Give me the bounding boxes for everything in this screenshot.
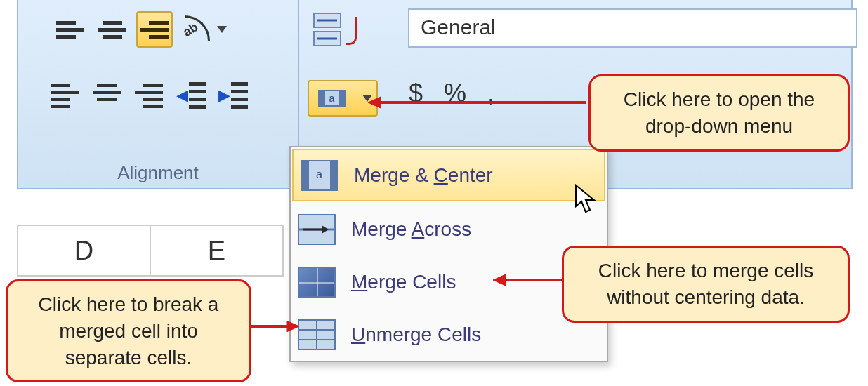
percent-format-button[interactable]: % xyxy=(444,79,487,107)
merge-center-button[interactable]: a xyxy=(309,81,355,115)
callout-open-menu: Click here to open the drop-down menu xyxy=(588,74,850,152)
decrease-indent-button[interactable]: ◀ xyxy=(173,77,209,114)
align-center-button[interactable] xyxy=(88,77,125,114)
menu-item-label: Unmerge Cells xyxy=(351,324,481,346)
align-right-button[interactable] xyxy=(131,77,167,114)
menu-item-label: Merge & Center xyxy=(354,164,493,187)
orientation-button[interactable]: ab xyxy=(178,11,229,48)
merge-dropdown-menu: a Merge & Center Merge Across Merge Cell… xyxy=(289,146,608,362)
number-format-select[interactable]: General xyxy=(408,8,857,48)
merge-center-split-button[interactable]: a xyxy=(308,80,378,117)
group-label: Alignment xyxy=(18,162,298,184)
align-left-button[interactable] xyxy=(46,77,83,114)
increase-indent-button[interactable]: ▶ xyxy=(215,77,251,114)
vertical-align-row: ab xyxy=(52,11,229,48)
menu-item-merge-across[interactable]: Merge Across xyxy=(291,203,607,255)
align-top-button[interactable] xyxy=(52,11,88,48)
callout-merge-no-center: Click here to merge cells without center… xyxy=(562,246,850,323)
orientation-icon: ab xyxy=(180,13,214,46)
chevron-down-icon xyxy=(362,95,372,102)
number-format-icons[interactable]: $%, xyxy=(409,79,515,108)
wrap-text-button[interactable] xyxy=(313,13,353,55)
alignment-group: ab ◀ ▶ xyxy=(18,0,299,189)
increase-indent-icon: ▶ xyxy=(218,82,248,109)
align-bottom-button[interactable] xyxy=(136,11,173,48)
merge-cells-icon xyxy=(298,267,336,298)
menu-item-label: Merge Cells xyxy=(351,271,456,293)
merge-dropdown-toggle[interactable] xyxy=(355,81,376,115)
merge-center-icon: a xyxy=(318,90,346,107)
menu-item-label: Merge Across xyxy=(351,218,471,241)
align-middle-button[interactable] xyxy=(94,11,131,48)
unmerge-cells-icon xyxy=(298,319,336,350)
merge-center-icon: a xyxy=(301,160,338,191)
menu-item-merge-center[interactable]: a Merge & Center xyxy=(292,149,605,201)
merge-across-icon xyxy=(298,214,336,245)
callout-unmerge: Click here to break a merged cell into s… xyxy=(6,279,251,382)
column-header[interactable]: E xyxy=(151,226,284,275)
comma-format-button[interactable]: , xyxy=(487,79,515,107)
horizontal-align-row: ◀ ▶ xyxy=(46,77,251,114)
chevron-down-icon xyxy=(217,26,227,33)
accounting-format-button[interactable]: $ xyxy=(409,79,444,107)
column-header[interactable]: D xyxy=(17,226,151,275)
decrease-indent-icon: ◀ xyxy=(176,82,206,109)
menu-item-unmerge-cells[interactable]: Unmerge Cells xyxy=(291,308,607,361)
menu-item-merge-cells[interactable]: Merge Cells xyxy=(291,255,607,308)
